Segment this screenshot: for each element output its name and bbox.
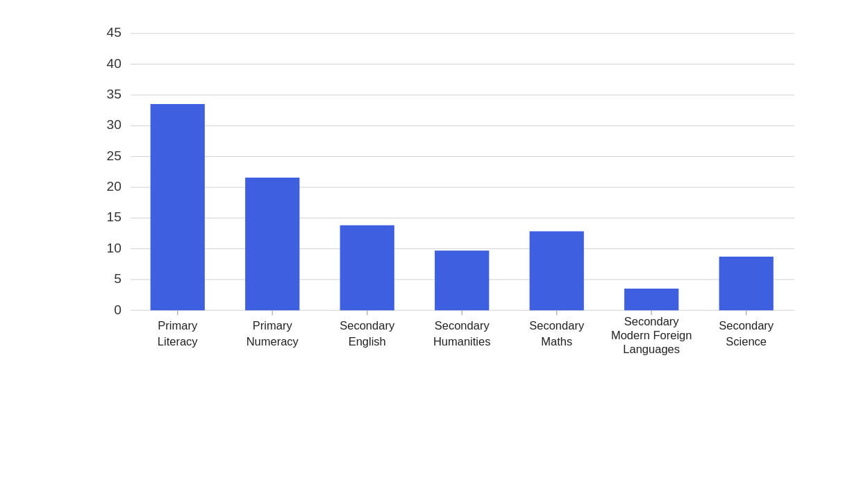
y-label-40: 40 xyxy=(107,56,122,71)
y-label-30: 30 xyxy=(107,117,122,132)
bar-primary-literacy xyxy=(151,104,205,310)
xlabel-primary-literacy: Primary xyxy=(158,319,198,332)
chart-container: .axis-label { font-family: Arial, sans-s… xyxy=(0,0,868,478)
bar-secondary-humanities xyxy=(435,250,489,310)
xlabel-secondary-mfl-2: Modern Foreign xyxy=(611,329,692,341)
y-label-35: 35 xyxy=(107,87,122,101)
xlabel-secondary-humanities-2: Humanities xyxy=(433,335,491,348)
y-label-10: 10 xyxy=(107,241,122,255)
bar-chart: .axis-label { font-family: Arial, sans-s… xyxy=(49,21,840,395)
y-label-25: 25 xyxy=(107,148,122,163)
xlabel-secondary-english: Secondary xyxy=(340,319,395,332)
xlabel-secondary-maths: Secondary xyxy=(529,319,585,332)
y-label-5: 5 xyxy=(114,271,122,286)
bar-secondary-english xyxy=(340,225,394,311)
bar-secondary-science xyxy=(719,257,774,310)
xlabel-secondary-maths-2: Maths xyxy=(541,335,572,348)
xlabel-secondary-mfl-3: Languages xyxy=(623,343,680,355)
bar-secondary-mfl xyxy=(624,289,678,310)
xlabel-secondary-mfl: Secondary xyxy=(624,315,680,327)
xlabel-secondary-science-2: Science xyxy=(726,335,767,348)
bar-primary-numeracy xyxy=(245,178,299,310)
y-label-0: 0 xyxy=(114,302,122,317)
bar-secondary-maths xyxy=(530,231,584,310)
xlabel-secondary-english-2: English xyxy=(349,335,386,348)
xlabel-secondary-humanities: Secondary xyxy=(435,319,490,332)
xlabel-primary-numeracy-2: Numeracy xyxy=(247,335,299,348)
xlabel-primary-numeracy: Primary xyxy=(253,319,293,332)
xlabel-secondary-science: Secondary xyxy=(719,319,774,332)
y-label-45: 45 xyxy=(107,25,122,40)
y-label-15: 15 xyxy=(107,210,122,224)
y-label-20: 20 xyxy=(107,179,122,194)
xlabel-primary-literacy-2: Literacy xyxy=(158,335,199,348)
